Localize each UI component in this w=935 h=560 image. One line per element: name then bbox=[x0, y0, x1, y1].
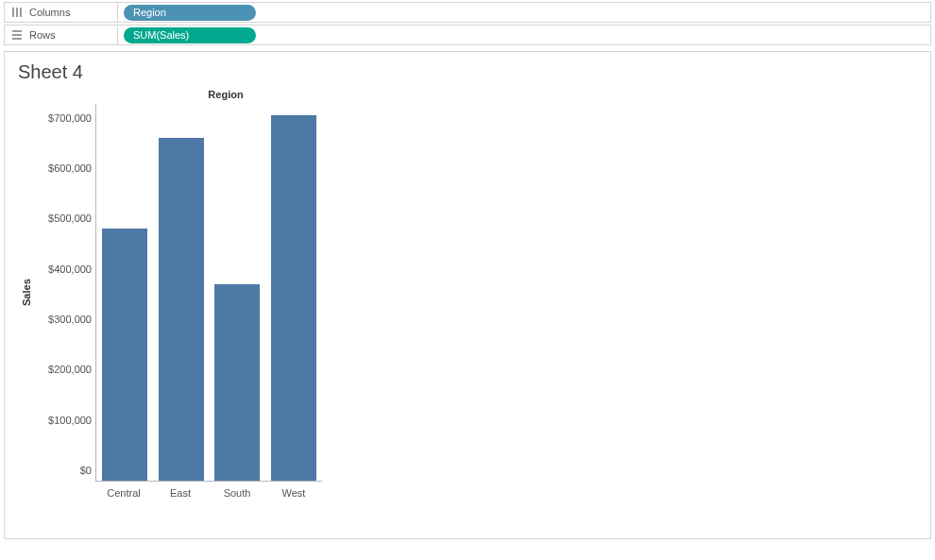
columns-label: Columns bbox=[29, 7, 70, 18]
x-tick-label: East bbox=[152, 487, 209, 499]
bar-east[interactable] bbox=[159, 138, 204, 481]
x-tick-label: Central bbox=[95, 487, 152, 499]
bar-slot bbox=[96, 104, 153, 481]
bar-south[interactable] bbox=[214, 284, 260, 481]
y-tick-label: $400,000 bbox=[48, 263, 92, 275]
rows-shelf-content[interactable]: SUM(Sales) bbox=[118, 25, 930, 44]
x-axis-labels: CentralEastSouthWest bbox=[95, 482, 322, 499]
x-tick-label: West bbox=[265, 487, 322, 499]
bar-slot bbox=[265, 104, 322, 481]
plot-area bbox=[95, 104, 322, 482]
rows-shelf[interactable]: Rows SUM(Sales) bbox=[4, 25, 931, 45]
y-axis-ticks: $0$100,000$200,000$300,000$400,000$500,0… bbox=[35, 104, 95, 482]
y-tick-label: $500,000 bbox=[48, 212, 92, 224]
columns-pill-region[interactable]: Region bbox=[124, 5, 256, 21]
y-axis-title: Sales bbox=[18, 104, 35, 482]
bar-west[interactable] bbox=[271, 115, 316, 481]
y-tick-label: $300,000 bbox=[48, 314, 92, 325]
y-tick-label: $200,000 bbox=[48, 364, 92, 375]
worksheet-panel: Sheet 4 Region Sales $0$100,000$200,000$… bbox=[4, 51, 931, 539]
columns-shelf[interactable]: Columns Region bbox=[4, 2, 931, 23]
y-tick-label: $700,000 bbox=[48, 112, 92, 124]
bar-slot bbox=[210, 104, 266, 481]
columns-shelf-content[interactable]: Region bbox=[118, 3, 930, 22]
rows-icon bbox=[10, 28, 24, 42]
bar-central[interactable] bbox=[102, 229, 147, 481]
x-axis-title: Region bbox=[112, 87, 339, 104]
y-tick-label: $600,000 bbox=[48, 162, 92, 174]
rows-label: Rows bbox=[29, 29, 56, 41]
rows-pill-sum-sales[interactable]: SUM(Sales) bbox=[124, 27, 256, 43]
columns-icon bbox=[10, 6, 24, 19]
y-tick-label: $0 bbox=[80, 465, 92, 476]
chart: Region Sales $0$100,000$200,000$300,000$… bbox=[18, 87, 358, 531]
bar-slot bbox=[153, 104, 210, 481]
x-tick-label: South bbox=[209, 487, 265, 499]
y-tick-label: $100,000 bbox=[48, 415, 92, 426]
sheet-title: Sheet 4 bbox=[18, 61, 917, 83]
columns-shelf-header: Columns bbox=[5, 3, 118, 22]
rows-shelf-header: Rows bbox=[5, 25, 118, 44]
